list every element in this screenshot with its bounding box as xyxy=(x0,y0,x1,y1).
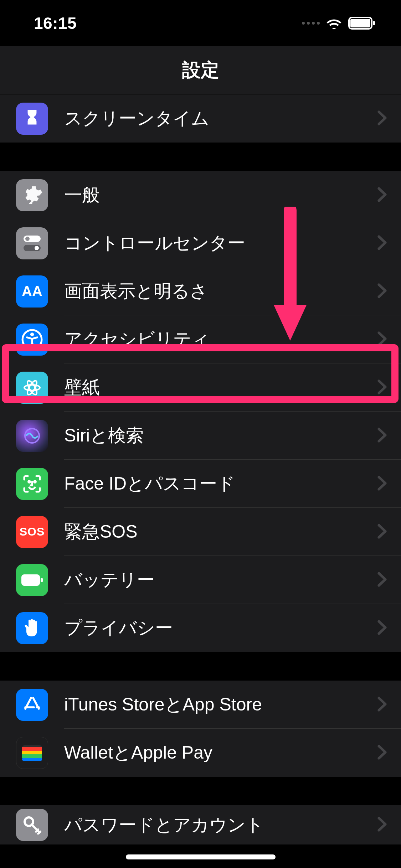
chevron-right-icon xyxy=(377,476,387,492)
page-title: 設定 xyxy=(182,58,219,83)
row-label: コントロールセンター xyxy=(64,231,377,255)
svg-point-10 xyxy=(24,385,40,391)
settings-row-general[interactable]: 一般 xyxy=(0,171,401,219)
settings-row-screentime[interactable]: スクリーンタイム xyxy=(0,94,401,143)
row-label: スクリーンタイム xyxy=(64,107,377,130)
settings-row-display[interactable]: AA 画面表示と明るさ xyxy=(0,267,401,315)
siri-icon xyxy=(16,420,48,452)
hand-icon xyxy=(16,612,48,644)
battery-icon-row xyxy=(16,564,48,596)
settings-row-accessibility[interactable]: アクセシビリティ xyxy=(0,315,401,363)
settings-row-faceid[interactable]: Face IDとパスコード xyxy=(0,460,401,508)
chevron-right-icon xyxy=(377,283,387,300)
settings-row-appstore[interactable]: iTunes StoreとApp Store xyxy=(0,681,401,729)
svg-rect-20 xyxy=(22,751,42,754)
settings-row-control-center[interactable]: コントロールセンター xyxy=(0,219,401,267)
chevron-right-icon xyxy=(377,745,387,761)
chevron-right-icon xyxy=(377,331,387,348)
row-label: WalletとApple Pay xyxy=(64,741,377,765)
row-label: パスワードとアカウント xyxy=(64,813,377,837)
svg-rect-16 xyxy=(21,574,40,586)
svg-rect-19 xyxy=(22,747,42,751)
settings-row-battery[interactable]: バッテリー xyxy=(0,556,401,604)
status-time: 16:15 xyxy=(34,14,77,33)
row-label: Face IDとパスコード xyxy=(64,472,377,496)
svg-rect-1 xyxy=(350,19,370,27)
row-label: Siriと検索 xyxy=(64,424,377,448)
row-label: アクセシビリティ xyxy=(64,327,377,351)
row-label: 壁紙 xyxy=(64,376,377,399)
row-label: iTunes StoreとApp Store xyxy=(64,693,377,717)
appstore-icon xyxy=(16,689,48,721)
faceid-icon xyxy=(16,468,48,500)
svg-rect-17 xyxy=(41,578,43,582)
svg-rect-21 xyxy=(22,754,42,758)
row-label: プライバシー xyxy=(64,616,377,640)
chevron-right-icon xyxy=(377,817,387,833)
chevron-right-icon xyxy=(377,428,387,444)
hourglass-icon xyxy=(16,103,48,135)
toggles-icon xyxy=(16,227,48,259)
text-size-icon: AA xyxy=(16,275,48,308)
row-label: 画面表示と明るさ xyxy=(64,279,377,303)
settings-row-siri[interactable]: Siriと検索 xyxy=(0,412,401,460)
gear-icon xyxy=(16,179,48,211)
svg-point-8 xyxy=(30,332,34,336)
key-icon xyxy=(16,809,48,841)
row-label: 緊急SOS xyxy=(64,520,377,544)
settings-row-passwords[interactable]: パスワードとアカウント xyxy=(0,805,401,844)
chevron-right-icon xyxy=(377,697,387,713)
wifi-icon xyxy=(325,17,343,30)
chevron-right-icon xyxy=(377,379,387,396)
cellular-dots-icon xyxy=(302,22,320,25)
svg-point-14 xyxy=(29,481,30,482)
row-label: バッテリー xyxy=(64,568,377,592)
wallpaper-icon xyxy=(16,372,48,404)
sos-icon: SOS xyxy=(16,516,48,548)
svg-rect-2 xyxy=(373,21,375,25)
chevron-right-icon xyxy=(377,572,387,588)
settings-row-wallet[interactable]: WalletとApple Pay xyxy=(0,729,401,777)
battery-icon xyxy=(348,17,376,30)
row-label: 一般 xyxy=(64,183,377,207)
chevron-right-icon xyxy=(377,235,387,252)
settings-row-sos[interactable]: SOS 緊急SOS xyxy=(0,508,401,556)
svg-point-6 xyxy=(35,246,39,250)
settings-row-wallpaper[interactable]: 壁紙 xyxy=(0,363,401,412)
home-indicator[interactable] xyxy=(126,854,276,859)
svg-rect-22 xyxy=(22,758,42,761)
nav-header: 設定 xyxy=(0,46,401,94)
status-bar: 16:15 xyxy=(0,0,401,46)
status-icons xyxy=(302,17,376,30)
svg-point-15 xyxy=(34,481,36,482)
svg-point-4 xyxy=(25,237,30,241)
settings-row-privacy[interactable]: プライバシー xyxy=(0,604,401,652)
wallet-icon xyxy=(16,737,48,769)
chevron-right-icon xyxy=(377,620,387,636)
accessibility-icon xyxy=(16,324,48,356)
chevron-right-icon xyxy=(377,187,387,203)
chevron-right-icon xyxy=(377,524,387,540)
chevron-right-icon xyxy=(377,110,387,127)
